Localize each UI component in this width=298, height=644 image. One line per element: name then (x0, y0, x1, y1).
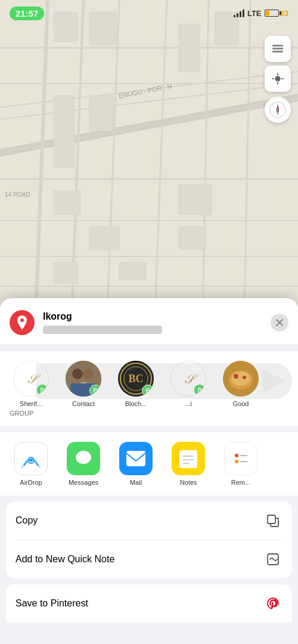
contact-name-1: Sherif... (20, 400, 42, 407)
svg-rect-63 (126, 451, 145, 466)
svg-rect-21 (54, 95, 74, 167)
map-layers-button[interactable] (265, 36, 291, 62)
svg-rect-23 (179, 24, 200, 72)
copy-icon (263, 511, 283, 530)
location-header: Ikorog (0, 298, 298, 345)
action-quicknote[interactable]: Add to New Quick Note (15, 540, 283, 578)
svg-rect-33 (272, 51, 283, 52)
app-label-airdrop: AirDrop (20, 479, 42, 486)
contact-badge-4: B (194, 384, 206, 396)
action-rows: Copy Add to New Quick Note (6, 501, 292, 578)
svg-rect-30 (119, 262, 146, 280)
svg-point-39 (20, 318, 24, 322)
battery-fill (266, 11, 270, 16)
status-time: 21:57 (10, 7, 44, 20)
svg-rect-29 (54, 262, 77, 283)
contacts-scroll[interactable]: 𝒮 B Sherif... B (0, 361, 298, 407)
contacts-section: 𝒮 B Sherif... B (0, 351, 298, 426)
action-copy-left: Copy (15, 515, 38, 526)
map-controls: N (265, 36, 291, 123)
messages-app-icon (67, 442, 100, 475)
svg-point-34 (276, 77, 280, 80)
share-close-button[interactable] (271, 314, 288, 332)
contact-name-5: Good (233, 400, 249, 407)
contact-avatar-1: 𝒮 B (13, 361, 49, 397)
compass-button[interactable]: N (265, 97, 291, 123)
status-right: LTE 33 (234, 9, 288, 18)
signal-bar-3 (240, 11, 241, 17)
group-label: GROUP (0, 407, 298, 422)
battery-percent: 33 (280, 9, 288, 18)
svg-text:BC: BC (128, 373, 143, 385)
svg-point-60 (30, 459, 33, 462)
svg-rect-73 (268, 515, 275, 524)
app-label-notes: Notes (180, 479, 197, 486)
app-label-reminders: Rem... (231, 479, 250, 486)
contact-avatar-5 (223, 361, 259, 397)
airdrop-app-icon (14, 442, 48, 475)
app-item-messages[interactable]: Messages (62, 442, 105, 486)
copy-label: Copy (15, 515, 38, 526)
contact-avatar-3: BC B (118, 361, 154, 397)
contact-item[interactable]: 𝒮 B ...i (167, 361, 210, 407)
contact-item[interactable]: Good (219, 361, 262, 407)
svg-point-69 (235, 460, 238, 463)
contact-name-3: Bloch... (125, 400, 147, 407)
contact-badge-1: B (36, 384, 48, 396)
battery: 33 (265, 9, 288, 18)
svg-point-56 (234, 374, 238, 379)
app-item-notes[interactable]: Notes (167, 442, 210, 486)
action-quicknote-left: Add to New Quick Note (15, 554, 114, 565)
svg-text:N: N (276, 108, 279, 112)
app-label-mail: Mail (130, 479, 142, 486)
map-view[interactable]: ENUGU - PORT H 14 ROAD (0, 0, 298, 316)
contact-item[interactable]: B Contact (62, 361, 105, 407)
svg-text:𝒮: 𝒮 (27, 371, 41, 386)
pinterest-icon (263, 594, 283, 613)
svg-point-44 (72, 369, 83, 379)
status-bar: 21:57 LTE 33 (0, 0, 298, 26)
apps-scroll[interactable]: AirDrop Messages (0, 442, 298, 486)
svg-point-55 (231, 371, 250, 386)
battery-icon (265, 10, 279, 17)
contact-item[interactable]: BC B Bloch... (114, 361, 157, 407)
svg-point-57 (243, 376, 246, 379)
svg-rect-31 (272, 45, 283, 47)
pinterest-label: Save to Pinterest (15, 598, 88, 609)
signal-bar-4 (243, 10, 244, 17)
location-pin-icon (10, 310, 35, 335)
action-pinterest[interactable]: Save to Pinterest (15, 584, 283, 623)
svg-rect-32 (272, 48, 283, 49)
mail-app-icon (119, 442, 153, 475)
contact-item[interactable]: 𝒮 B Sherif... (10, 361, 52, 407)
svg-rect-28 (179, 227, 206, 249)
signal-bar-1 (234, 15, 235, 17)
app-item-reminders[interactable]: Rem... (219, 442, 262, 486)
app-item-mail[interactable]: Mail (114, 442, 157, 486)
svg-point-68 (235, 454, 238, 457)
location-name: Ikorog (43, 311, 262, 322)
app-label-messages: Messages (69, 479, 98, 486)
notes-app-icon (172, 442, 205, 475)
svg-text:14 ROAD: 14 ROAD (5, 191, 30, 198)
svg-rect-26 (54, 191, 80, 215)
location-address (43, 326, 162, 334)
contact-badge-2: B (89, 385, 101, 397)
apps-section: AirDrop Messages (0, 432, 298, 496)
contact-name-2: Contact (72, 400, 95, 407)
share-sheet: Ikorog 𝒮 B Sherif... (0, 298, 298, 644)
contact-avatar-4: 𝒮 B (170, 361, 206, 397)
contact-name-4: ...i (185, 400, 192, 407)
svg-rect-27 (89, 227, 119, 250)
action-copy[interactable]: Copy (15, 501, 283, 540)
partial-action-row: Save to Pinterest (6, 584, 292, 623)
action-pinterest-left: Save to Pinterest (15, 598, 88, 609)
svg-rect-25 (179, 185, 212, 215)
svg-rect-22 (89, 95, 113, 131)
lte-label: LTE (247, 9, 262, 18)
contact-badge-3: B (142, 385, 154, 397)
location-button[interactable] (265, 66, 291, 92)
quicknote-label: Add to New Quick Note (15, 554, 114, 565)
app-item-airdrop[interactable]: AirDrop (10, 442, 52, 486)
location-title-area: Ikorog (43, 311, 262, 334)
